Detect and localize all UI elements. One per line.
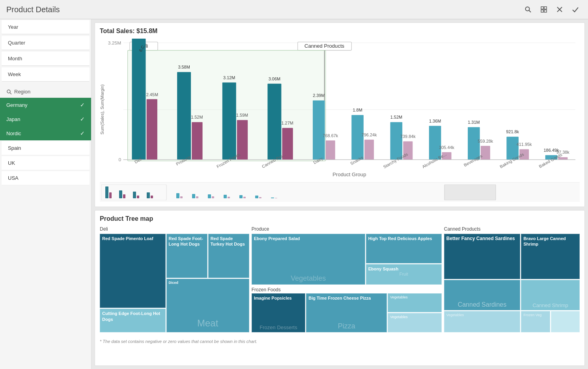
svg-line-9 [10,93,11,94]
svg-text:1.52M: 1.52M [390,115,402,119]
treemap-title: Product Tree map [100,215,580,222]
svg-text:2.45M: 2.45M [146,92,158,97]
svg-rect-102 [444,184,496,200]
treemap-canned-label: Canned Products [444,226,580,232]
svg-text:3.25M: 3.25M [108,40,121,46]
svg-rect-5 [544,10,547,12]
svg-text:796.24k: 796.24k [362,132,377,137]
svg-text:0: 0 [119,157,121,162]
region-item-usa[interactable]: USA [2,171,90,185]
svg-rect-90 [196,196,198,198]
svg-rect-32 [222,82,236,160]
filter-week[interactable]: Week [2,67,90,82]
treemap-cell-pimento[interactable]: Red Spade Pimento Loaf [100,234,166,308]
region-item-uk[interactable]: UK [2,156,90,170]
search-icon[interactable] [522,3,534,16]
chart-wrapper: Sum(Sales), Sum(Margin) 3.25M 0 [100,39,580,181]
page-title: Product Details [6,5,60,14]
treemap-cell-hotdogs[interactable]: Red Spade Foot-Long Hot Dogs [166,234,207,278]
svg-point-0 [526,7,530,11]
svg-text:Baked Goods: Baked Goods [538,152,563,169]
svg-rect-96 [243,197,246,198]
svg-rect-27 [177,72,191,160]
content-area: Total Sales: $15.8M Sum(Sales), Sum(Marg… [91,19,588,369]
region-section: Region Germany ✓ Japan ✓ Nordic ✓ [0,86,91,186]
svg-rect-86 [151,196,153,198]
sidebar: Year Quarter Month Week Region Germany ✓… [0,19,91,369]
region-item-germany[interactable]: Germany ✓ [0,98,91,112]
region-header: Region [0,86,91,98]
mini-scroll-track [101,184,578,200]
treemap-cell-frozen-veg1[interactable]: Vegetables [388,293,442,313]
settings-icon[interactable] [538,3,550,16]
svg-rect-99 [271,198,274,198]
treemap-cell-frozen-veg2[interactable]: Vegetables [388,313,442,332]
svg-text:Product Group: Product Group [332,172,366,178]
frozen-foods-label: Frozen Foods [252,287,442,293]
close-icon[interactable] [553,3,566,16]
treemap-footnote: * The data set contains negative or zero… [100,339,580,344]
svg-rect-48 [364,140,374,160]
region-list: Germany ✓ Japan ✓ Nordic ✓ Spain [0,98,91,185]
treemap-cell-meat[interactable]: Diced Meat [166,279,249,332]
svg-text:3.06M: 3.06M [269,76,280,81]
treemap-panel: Product Tree map Deli Red Spade Pimento … [95,210,585,366]
treemap-cell-shrimp-bravo[interactable]: Bravo Large Canned Shrimp [521,234,580,279]
treemap-cell-prepared-salad[interactable]: Ebony Prepared Salad Vegetables [252,234,365,285]
svg-text:305.44k: 305.44k [439,145,454,150]
svg-text:1.31M: 1.31M [468,120,480,125]
filter-quarter[interactable]: Quarter [2,36,90,50]
region-name: UK [8,160,15,166]
svg-text:1.27M: 1.27M [281,121,293,125]
treemap-cell-turkey-hotdogs[interactable]: Red Spade Turkey Hot Dogs [208,234,249,278]
filter-month[interactable]: Month [2,52,90,66]
bar-chart-panel: Total Sales: $15.8M Sum(Sales), Sum(Marg… [95,22,585,207]
treemap-cell-popsicles[interactable]: Imagine Popsicles Frozen Desserts [252,293,306,332]
treemap-produce-label: Produce [252,226,442,232]
treemap-cell-sardines[interactable]: Canned Sardines [444,280,520,310]
region-name: USA [8,175,19,181]
svg-text:3.58M: 3.58M [178,65,190,69]
region-name: Japan [6,116,20,122]
svg-rect-3 [544,7,547,9]
region-item-japan[interactable]: Japan ✓ [0,112,91,126]
svg-rect-83 [133,192,136,198]
treemap-cell-sardines-fancy[interactable]: Better Fancy Canned Sardines [444,234,520,279]
svg-text:3.12M: 3.12M [223,75,235,80]
treemap-section-deli: Deli Red Spade Pimento Loaf Red Spade Fo… [100,226,249,337]
search-region-icon [6,89,12,95]
top-bar: Product Details [0,0,588,19]
treemap-cell-canned-veg2[interactable]: Frozen Veg [521,311,550,332]
svg-rect-23 [147,99,157,160]
svg-rect-93 [224,195,227,198]
svg-rect-37 [267,84,281,160]
svg-rect-82 [123,194,125,198]
region-item-spain[interactable]: Spain [2,141,90,155]
check-icon[interactable] [569,3,582,16]
treemap-cell-apples[interactable]: High Top Red Delicious Apples [366,234,442,263]
svg-rect-2 [541,7,543,9]
treemap-cell-canned-shrimp[interactable]: Canned Shrimp [521,280,580,310]
checkmark-nordic: ✓ [80,130,85,136]
mini-scroll[interactable] [100,182,580,202]
toolbar-icons [522,3,582,16]
y-axis-label: Sum(Sales), Sum(Margin) [100,84,105,134]
svg-rect-88 [180,196,183,198]
svg-rect-97 [255,196,258,198]
treemap-cell-canned-veg1[interactable]: Vegetables [444,311,520,332]
svg-text:559.28k: 559.28k [478,139,493,144]
svg-rect-98 [259,197,261,198]
svg-rect-47 [351,115,364,160]
treemap-cell-canned-veg3[interactable] [551,311,580,332]
bar-chart-area[interactable]: 3.25M 0 Deli Canned Products [106,39,580,181]
svg-rect-22 [132,39,146,160]
treemap-deli-label: Deli [100,226,249,232]
treemap-cell-cutting-edge[interactable]: Cutting Edge Foot-Long Hot Dogs [100,309,166,332]
region-item-nordic[interactable]: Nordic ✓ [0,126,91,140]
treemap-cell-pizza[interactable]: Big Time Frozen Cheese Pizza Pizza [306,293,387,332]
svg-text:739.84k: 739.84k [400,134,416,139]
svg-rect-94 [228,197,230,198]
filter-year[interactable]: Year [2,20,90,34]
treemap-cell-squash[interactable]: Ebony Squash Fruit [366,264,442,285]
svg-rect-91 [208,194,211,198]
